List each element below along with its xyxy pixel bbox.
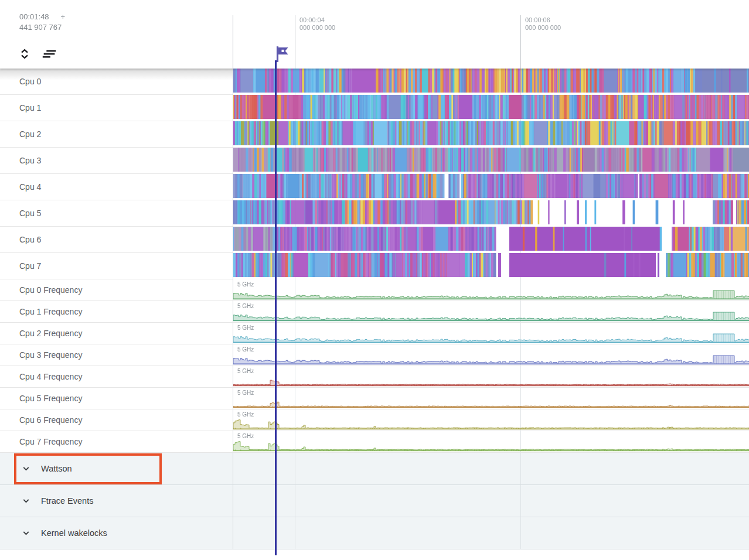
track-label-cell[interactable]: Cpu 1: [0, 95, 233, 121]
counter-track[interactable]: 5 GHz: [233, 366, 749, 387]
track-label: Cpu 7 Frequency: [19, 437, 82, 446]
tick-time: 00:00:06: [525, 16, 561, 24]
sched-track[interactable]: [233, 174, 749, 200]
section-header-kernel-wakelocks[interactable]: Kernel wakelocks: [0, 517, 749, 549]
sched-canvas[interactable]: [233, 95, 749, 119]
track-label: Cpu 6 Frequency: [19, 415, 82, 425]
counter-canvas[interactable]: [233, 345, 749, 365]
scale-label: 5 GHz: [237, 411, 254, 418]
counter-canvas[interactable]: [233, 280, 749, 300]
section-header-ftrace-events[interactable]: Ftrace Events: [0, 485, 749, 517]
flag-marker[interactable]: [273, 44, 291, 64]
counter-track[interactable]: 5 GHz: [233, 344, 749, 366]
section-label-cell[interactable]: Kernel wakelocks: [0, 517, 233, 549]
sched-canvas[interactable]: [233, 227, 749, 251]
counter-track[interactable]: 5 GHz: [233, 301, 749, 322]
track-label-cell[interactable]: Cpu 6: [0, 227, 233, 253]
track-label: Cpu 2: [19, 129, 41, 139]
section-label-cell[interactable]: Ftrace Events: [0, 485, 233, 517]
track-label-cell[interactable]: Cpu 0 Frequency: [0, 279, 233, 301]
trace-viewer: 00:01:48+ 441 907 767: [0, 0, 749, 560]
track-row-cpu-2-frequency: Cpu 2 Frequency 5 GHz: [0, 323, 749, 344]
scale-label: 5 GHz: [237, 346, 254, 353]
sched-canvas[interactable]: [233, 148, 749, 172]
section-track[interactable]: [233, 485, 749, 517]
track-label-cell[interactable]: Cpu 7: [0, 253, 233, 279]
chevron-down-icon[interactable]: [21, 496, 31, 506]
track-label-cell[interactable]: Cpu 0: [0, 69, 233, 95]
flag-icon: [273, 44, 291, 62]
track-label: Cpu 1: [19, 103, 41, 112]
track-row-cpu-0: Cpu 0: [0, 69, 749, 95]
section-label: Kernel wakelocks: [41, 528, 107, 538]
counter-canvas[interactable]: [233, 302, 749, 322]
track-label: Cpu 7: [19, 261, 41, 271]
counter-track[interactable]: 5 GHz: [233, 431, 749, 452]
track-label: Cpu 2 Frequency: [19, 329, 82, 338]
track-row-cpu-3-frequency: Cpu 3 Frequency 5 GHz: [0, 344, 749, 366]
track-label-cell[interactable]: Cpu 4: [0, 174, 233, 200]
track-label: Cpu 4 Frequency: [19, 372, 82, 381]
section-label-cell[interactable]: Wattson: [0, 453, 233, 484]
counter-track[interactable]: 5 GHz: [233, 323, 749, 344]
sched-track[interactable]: [233, 227, 749, 253]
track-row-cpu-6: Cpu 6: [0, 227, 749, 253]
counter-canvas[interactable]: [233, 410, 749, 430]
track-label: Cpu 5 Frequency: [19, 394, 82, 403]
timeline-header: 00:01:48+ 441 907 767: [0, 0, 749, 69]
chevron-down-icon[interactable]: [21, 464, 31, 474]
scale-label: 5 GHz: [237, 281, 254, 288]
scale-label: 5 GHz: [237, 390, 254, 396]
track-label: Cpu 4: [19, 182, 41, 192]
track-row-cpu-4-frequency: Cpu 4 Frequency 5 GHz: [0, 366, 749, 388]
sched-canvas[interactable]: [233, 174, 749, 198]
track-label-cell[interactable]: Cpu 3: [0, 148, 233, 174]
sched-track[interactable]: [233, 148, 749, 174]
expand-collapse-tracks-button[interactable]: [16, 46, 33, 62]
counter-track[interactable]: 5 GHz: [233, 279, 749, 301]
counter-canvas[interactable]: [233, 388, 749, 408]
track-label-cell[interactable]: Cpu 5 Frequency: [0, 388, 233, 409]
counter-track[interactable]: 5 GHz: [233, 388, 749, 409]
sched-track[interactable]: [233, 121, 749, 148]
sort-tracks-icon: [41, 47, 57, 60]
sched-track[interactable]: [233, 95, 749, 121]
track-row-cpu-4: Cpu 4: [0, 174, 749, 200]
track-label-cell[interactable]: Cpu 5: [0, 200, 233, 227]
track-label-cell[interactable]: Cpu 6 Frequency: [0, 409, 233, 431]
sort-tracks-button[interactable]: [41, 46, 57, 62]
chevron-down-icon[interactable]: [21, 528, 31, 538]
section-header-wattson[interactable]: Wattson: [0, 453, 749, 485]
track-label-cell[interactable]: Cpu 1 Frequency: [0, 301, 233, 322]
track-label-cell[interactable]: Cpu 7 Frequency: [0, 431, 233, 452]
sched-track[interactable]: [233, 253, 749, 279]
track-label-cell[interactable]: Cpu 2 Frequency: [0, 323, 233, 344]
sched-track[interactable]: [233, 69, 749, 95]
counter-canvas[interactable]: [233, 323, 749, 343]
track-label: Cpu 3: [19, 156, 41, 165]
sched-canvas[interactable]: [233, 121, 749, 145]
counter-canvas[interactable]: [233, 367, 749, 387]
track-row-cpu-1: Cpu 1: [0, 95, 749, 121]
section-track[interactable]: [233, 517, 749, 549]
scale-label: 5 GHz: [237, 303, 254, 309]
track-row-cpu-5: Cpu 5: [0, 200, 749, 227]
counter-canvas[interactable]: [233, 432, 749, 452]
counter-track[interactable]: 5 GHz: [233, 409, 749, 431]
timeline-marker-line: [275, 60, 277, 555]
tick-time: 00:00:04: [299, 16, 335, 24]
sched-track[interactable]: [233, 200, 749, 227]
track-label: Cpu 1 Frequency: [19, 307, 82, 316]
tick-nanos: 000 000 000: [299, 24, 335, 32]
track-label-cell[interactable]: Cpu 2: [0, 121, 233, 148]
sched-canvas[interactable]: [233, 253, 749, 277]
sched-canvas[interactable]: [233, 200, 749, 224]
track-label: Cpu 3 Frequency: [19, 350, 82, 360]
track-label-cell[interactable]: Cpu 4 Frequency: [0, 366, 233, 387]
track-label-cell[interactable]: Cpu 3 Frequency: [0, 344, 233, 366]
scale-label: 5 GHz: [237, 368, 254, 374]
track-row-cpu-1-frequency: Cpu 1 Frequency 5 GHz: [0, 301, 749, 323]
section-label: Wattson: [41, 464, 72, 473]
section-track[interactable]: [233, 453, 749, 484]
sched-canvas[interactable]: [233, 69, 749, 93]
